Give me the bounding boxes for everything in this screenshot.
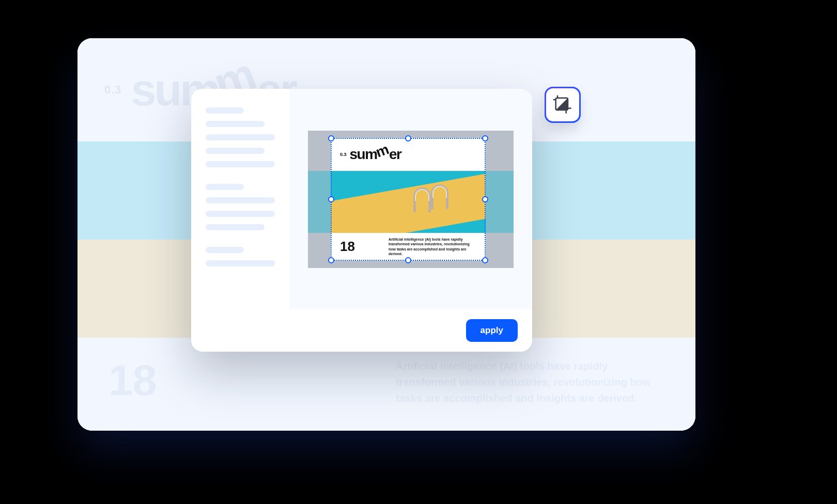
background-page-number: 18 — [109, 358, 157, 402]
crop-handle-ne[interactable] — [482, 135, 488, 141]
crop-handle-sw[interactable] — [328, 257, 334, 263]
background-footer: 18 Artificial intelligence (AI) tools ha… — [78, 338, 695, 431]
crop-selection[interactable] — [331, 138, 486, 261]
skeleton-line — [206, 121, 265, 127]
skeleton-line — [206, 161, 275, 167]
crop-handle-n[interactable] — [405, 135, 411, 141]
background-paragraph: Artificial intelligence (AI) tools have … — [396, 358, 664, 406]
crop-handle-w[interactable] — [328, 196, 334, 202]
crop-tool-button[interactable] — [545, 87, 581, 123]
crop-handle-e[interactable] — [482, 196, 488, 202]
modal-sidebar — [191, 89, 289, 309]
crop-modal: 0.3 summer 18 — [191, 89, 532, 352]
skeleton-line — [206, 148, 265, 154]
skeleton-line — [206, 260, 275, 266]
skeleton-line — [206, 197, 275, 203]
crop-handle-s[interactable] — [405, 257, 411, 263]
modal-footer: apply — [191, 309, 532, 352]
modal-canvas[interactable]: 0.3 summer 18 — [289, 89, 532, 309]
crop-icon — [552, 94, 573, 115]
svg-rect-0 — [556, 98, 568, 110]
slide-preview[interactable]: 0.3 summer 18 — [308, 131, 514, 268]
skeleton-line — [206, 184, 244, 190]
skeleton-line — [206, 224, 265, 230]
background-version: 0.3 — [104, 83, 122, 97]
skeleton-line — [206, 211, 275, 217]
crop-handle-nw[interactable] — [328, 135, 334, 141]
skeleton-line — [206, 134, 275, 140]
skeleton-line — [206, 247, 244, 253]
slide-dim-left — [308, 138, 331, 261]
crop-handle-se[interactable] — [482, 257, 488, 263]
skeleton-line — [206, 107, 244, 114]
modal-body: 0.3 summer 18 — [191, 89, 532, 309]
slide-dim-right — [486, 138, 514, 261]
apply-button[interactable]: apply — [466, 319, 518, 342]
